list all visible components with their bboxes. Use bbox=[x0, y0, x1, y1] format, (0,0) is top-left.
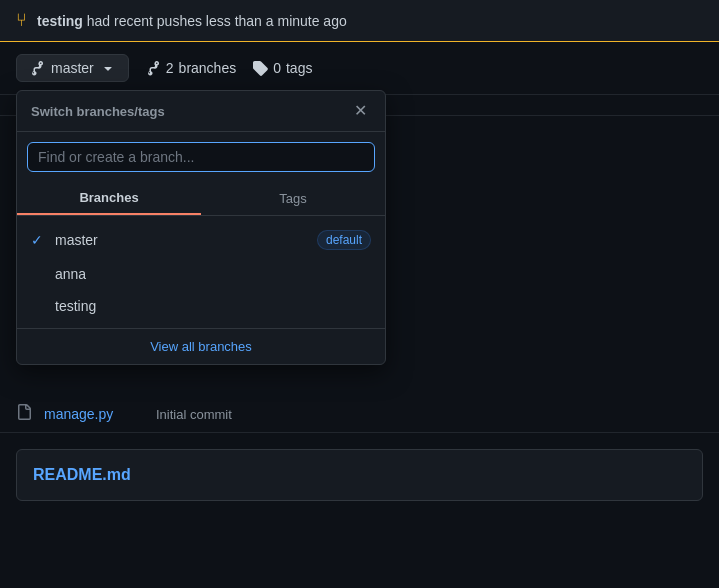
branch-dropdown-panel: Switch branches/tags ✕ Branches Tags ✓ m… bbox=[16, 90, 386, 365]
git-branch-icon: ⑂ bbox=[16, 10, 27, 31]
branch-name-testing: testing bbox=[55, 298, 96, 314]
git-branch-icon bbox=[29, 60, 45, 76]
file-name-manage-py[interactable]: manage.py bbox=[44, 406, 144, 422]
dropdown-title: Switch branches/tags bbox=[31, 104, 165, 119]
view-all-branches-link[interactable]: View all branches bbox=[17, 328, 385, 364]
notification-message: had recent pushes less than a minute ago bbox=[87, 13, 347, 29]
branches-label: branches bbox=[179, 60, 237, 76]
file-row-manage: manage.py Initial commit bbox=[0, 396, 719, 433]
current-branch-name: master bbox=[51, 60, 94, 76]
readme-title: README.md bbox=[33, 466, 131, 483]
branch-name-anna: anna bbox=[55, 266, 86, 282]
close-dropdown-button[interactable]: ✕ bbox=[350, 101, 371, 121]
tab-branches[interactable]: Branches bbox=[17, 182, 201, 215]
branch-name-master: master bbox=[55, 232, 98, 248]
branch-item-anna[interactable]: ✓ anna bbox=[17, 258, 385, 290]
tab-tags[interactable]: Tags bbox=[201, 182, 385, 215]
commit-message-manage-py: Initial commit bbox=[156, 407, 703, 422]
chevron-down-icon bbox=[100, 60, 116, 76]
branch-count: 2 bbox=[166, 60, 174, 76]
dropdown-header: Switch branches/tags ✕ bbox=[17, 91, 385, 132]
notification-branch: testing bbox=[37, 13, 83, 29]
readme-section: README.md bbox=[16, 449, 703, 501]
tag-count-link[interactable]: 0 tags bbox=[252, 60, 312, 76]
tags-label: tags bbox=[286, 60, 312, 76]
check-icon-master: ✓ bbox=[31, 232, 47, 248]
readme-prefix: README bbox=[33, 466, 102, 483]
search-container bbox=[17, 132, 385, 182]
toolbar: master 2 branches 0 tags bbox=[0, 42, 719, 95]
notification-banner: ⑂ testing had recent pushes less than a … bbox=[0, 0, 719, 42]
branch-selector-button[interactable]: master bbox=[16, 54, 129, 82]
notification-text: testing had recent pushes less than a mi… bbox=[37, 13, 347, 29]
branch-count-link[interactable]: 2 branches bbox=[145, 60, 236, 76]
tag-count: 0 bbox=[273, 60, 281, 76]
tag-icon bbox=[252, 60, 268, 76]
default-badge: default bbox=[317, 230, 371, 250]
branch-list: ✓ master default ✓ anna ✓ testing bbox=[17, 216, 385, 328]
branch-item-testing[interactable]: ✓ testing bbox=[17, 290, 385, 322]
branch-item-master[interactable]: ✓ master default bbox=[17, 222, 385, 258]
file-icon-manage bbox=[16, 404, 32, 424]
tabs-row: Branches Tags bbox=[17, 182, 385, 216]
readme-suffix: .md bbox=[102, 466, 130, 483]
branch-search-input[interactable] bbox=[27, 142, 375, 172]
branch-count-icon bbox=[145, 60, 161, 76]
